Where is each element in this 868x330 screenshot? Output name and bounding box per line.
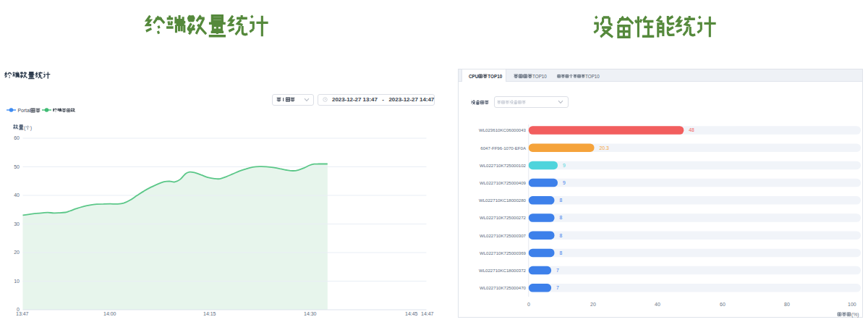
svg-text:7: 7	[556, 285, 559, 290]
svg-text:9: 9	[563, 163, 566, 168]
svg-text:6047-FF96-1070-EF0A: 6047-FF96-1070-EF0A	[480, 145, 527, 151]
svg-text:WL022710K725000102: WL022710K725000102	[480, 163, 527, 168]
svg-text:8: 8	[560, 198, 563, 203]
svg-text:8: 8	[560, 233, 563, 238]
svg-text:WL022710K725000307: WL022710K725000307	[480, 233, 527, 238]
svg-text:9: 9	[563, 180, 566, 185]
svg-text:WL022710K725000470: WL022710K725000470	[480, 285, 527, 290]
svg-text:WL022710K725000369: WL022710K725000369	[480, 250, 527, 255]
svg-text:20.3: 20.3	[600, 145, 609, 151]
svg-text:WL022710K725000272: WL022710K725000272	[480, 215, 527, 220]
svg-text:7: 7	[556, 268, 559, 273]
svg-text:WL022710KC18000372: WL022710KC18000372	[479, 268, 527, 273]
svg-text:48: 48	[689, 127, 694, 132]
svg-text:WL022710K725000409: WL022710K725000409	[480, 180, 527, 185]
svg-text:8: 8	[560, 250, 563, 255]
svg-text:8: 8	[560, 215, 563, 220]
svg-text:WL023610KC06000043: WL023610KC06000043	[479, 127, 527, 132]
svg-text:WL022710KC18000280: WL022710KC18000280	[479, 198, 527, 203]
